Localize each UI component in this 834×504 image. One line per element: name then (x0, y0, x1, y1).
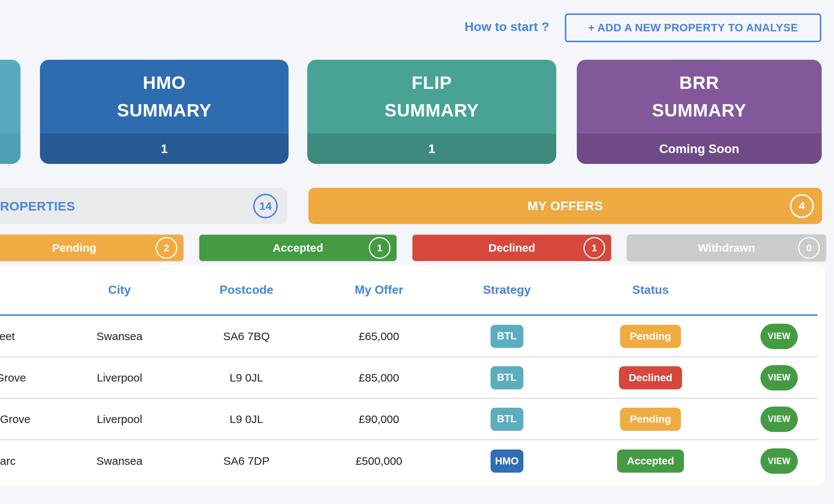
status-badge: Accepted (617, 449, 684, 473)
card-title-line2: SUMMARY (385, 97, 479, 124)
card-title-line2: SUMMARY (117, 97, 211, 124)
filter-declined-count: 1 (584, 237, 605, 259)
filter-pending-count: 2 (156, 237, 177, 259)
header-strategy: Strategy (467, 283, 547, 297)
summary-card-partial-top (0, 60, 21, 134)
strategy-badge: BTL (491, 366, 523, 389)
city-cell: Swansea (37, 330, 202, 343)
header-postcode: Postcode (202, 283, 291, 297)
offer-cell: £90,000 (291, 413, 467, 426)
address-cell: Grove (0, 413, 37, 426)
strategy-badge: BTL (491, 408, 523, 431)
tab-my-offers-label: MY OFFERS (528, 199, 603, 213)
strategy-badge: HMO (491, 449, 523, 473)
offer-row: Grove Liverpool L9 0JL £90,000 BTL Pendi… (0, 399, 818, 440)
header-status: Status (547, 283, 754, 297)
summary-card-flip[interactable]: FLIP SUMMARY 1 (307, 60, 556, 164)
postcode-cell: L9 0JL (202, 413, 291, 426)
summary-card-partial-footer (0, 134, 21, 164)
offer-row: Grove Liverpool L9 0JL £85,000 BTL Decli… (0, 357, 818, 399)
filter-declined-label: Declined (488, 242, 535, 254)
offer-cell: £65,000 (291, 330, 467, 343)
header-city: City (37, 283, 202, 297)
tab-my-properties[interactable]: ROPERTIES 14 (0, 188, 287, 224)
dashboard-page: How to start ? + ADD A NEW PROPERTY TO A… (0, 0, 834, 504)
view-button[interactable]: VIEW (760, 324, 798, 349)
offer-cell: £85,000 (291, 371, 467, 384)
summary-card-partial[interactable] (0, 60, 21, 164)
summary-card-hmo[interactable]: HMO SUMMARY 1 (40, 60, 289, 164)
status-badge: Pending (620, 408, 681, 431)
city-cell: Liverpool (37, 413, 202, 426)
card-count: Coming Soon (577, 134, 822, 164)
add-property-button[interactable]: + ADD A NEW PROPERTY TO ANALYSE (565, 13, 821, 42)
view-button[interactable]: VIEW (760, 448, 798, 474)
city-cell: Liverpool (37, 371, 202, 384)
filter-accepted-count: 1 (369, 237, 390, 259)
address-cell: Grove (0, 371, 37, 384)
card-title-line1: BRR (679, 69, 719, 97)
header-my-offer: My Offer (291, 283, 467, 297)
city-cell: Swansea (37, 455, 202, 467)
postcode-cell: SA6 7DP (202, 455, 291, 467)
status-badge: Pending (620, 325, 681, 348)
table-header-row: City Postcode My Offer Strategy Status (0, 265, 818, 316)
filter-accepted[interactable]: Accepted 1 (199, 234, 397, 262)
strategy-badge: BTL (491, 325, 523, 348)
filter-pending-label: Pending (52, 242, 96, 254)
offer-row: arc Swansea SA6 7DP £500,000 HMO Accepte… (0, 440, 818, 482)
filter-pending[interactable]: Pending 2 (0, 234, 184, 262)
filter-declined[interactable]: Declined 1 (412, 234, 612, 262)
summary-card-brr[interactable]: BRR SUMMARY Coming Soon (577, 60, 822, 164)
summary-card-brr-top: BRR SUMMARY (577, 60, 822, 134)
postcode-cell: L9 0JL (202, 371, 291, 384)
filter-withdrawn[interactable]: Withdrawn 0 (626, 234, 827, 262)
card-title-line1: HMO (143, 69, 186, 97)
offer-row: reet Swansea SA6 7BQ £65,000 BTL Pending… (0, 316, 818, 357)
filter-withdrawn-label: Withdrawn (698, 242, 755, 254)
tab-my-offers[interactable]: MY OFFERS 4 (308, 188, 822, 224)
view-button[interactable]: VIEW (760, 365, 798, 391)
offers-table-panel: City Postcode My Offer Strategy Status r… (0, 265, 825, 486)
card-title-line2: SUMMARY (652, 97, 746, 124)
view-button[interactable]: VIEW (760, 407, 798, 432)
filter-withdrawn-count: 0 (798, 237, 820, 259)
address-cell: arc (0, 455, 37, 467)
tab-my-properties-label: ROPERTIES (0, 199, 75, 213)
card-count: 1 (307, 134, 556, 164)
offers-count-badge: 4 (790, 194, 814, 218)
filter-accepted-label: Accepted (273, 242, 323, 254)
offer-cell: £500,000 (291, 455, 467, 467)
properties-count-badge: 14 (253, 194, 278, 218)
address-cell: reet (0, 330, 37, 343)
summary-card-flip-top: FLIP SUMMARY (307, 60, 556, 134)
card-count: 1 (40, 134, 289, 164)
how-to-start-link[interactable]: How to start ? (464, 19, 549, 34)
postcode-cell: SA6 7BQ (202, 330, 291, 343)
summary-card-hmo-top: HMO SUMMARY (40, 60, 289, 134)
card-title-line1: FLIP (412, 69, 452, 97)
status-badge: Declined (619, 366, 682, 389)
